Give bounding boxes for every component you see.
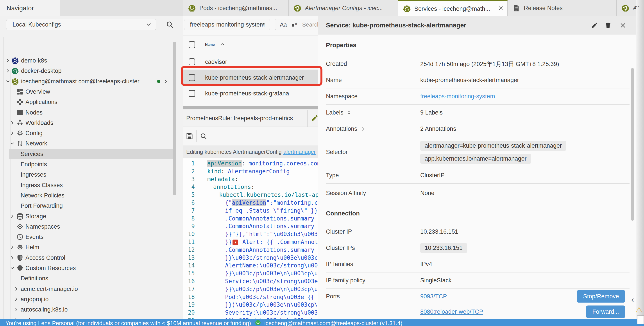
- port-link[interactable]: 9093/TCP: [420, 293, 447, 300]
- tab-pods-icecheng-mathmas[interactable]: Pods - icecheng@mathmas...: [183, 0, 289, 16]
- stop-remove-button[interactable]: Stop/Remove: [577, 290, 625, 303]
- chevron-right-icon[interactable]: [163, 79, 168, 84]
- code-line-19[interactable]: 19}})\u003c/p\u003e\n\u003cp\u00: [183, 301, 318, 309]
- sidebar-item-access-control[interactable]: Access Control: [0, 252, 174, 263]
- sidebar-item-helm[interactable]: Helm: [0, 242, 174, 252]
- sidebar-item-workloads[interactable]: Workloads: [0, 118, 174, 128]
- sidebar-item-applications[interactable]: Applications: [0, 97, 174, 107]
- sidebar-scrollbar[interactable]: [173, 42, 176, 195]
- sidebar-item-icecheng-mathmast-com-freeleaps-cluster[interactable]: icecheng@mathmast.com@freeleaps-cluster: [0, 76, 174, 86]
- cluster-status-text[interactable]: icecheng@mathmast.com@freeleaps-cluster …: [264, 320, 402, 326]
- sidebar-item-acme-cert-manager-io[interactable]: acme.cert-manager.io: [0, 284, 174, 294]
- collapse-arrow-icon[interactable]: ‹: [631, 295, 634, 304]
- sidebar-item-namespaces[interactable]: Namespaces: [0, 221, 174, 232]
- sidebar-item-ingress-classes[interactable]: Ingress Classes: [0, 180, 174, 190]
- chevron-right-icon[interactable]: [10, 120, 15, 126]
- sidebar-item-demo-k8s[interactable]: demo-k8s: [0, 55, 174, 66]
- code-line-20[interactable]: 20Severity:\u003c/strong\u003e: [183, 309, 318, 316]
- match-case-toggle[interactable]: Aa: [280, 21, 287, 28]
- sidebar-item-definitions[interactable]: Definitions: [0, 273, 174, 284]
- sidebar-item-overview[interactable]: Overview: [0, 86, 174, 97]
- horizontal-scrollbar[interactable]: [183, 106, 318, 110]
- chevron-down-icon[interactable]: [5, 79, 10, 84]
- sidebar-item-services[interactable]: Services: [0, 149, 174, 159]
- chevron-right-icon[interactable]: [14, 318, 19, 320]
- sidebar-item-autoscaling-k8s-io[interactable]: autoscaling.k8s.io: [0, 304, 174, 314]
- sidebar-item-events[interactable]: Events: [0, 232, 174, 242]
- table-row-kube-prometheus-stack-grafana[interactable]: kube-prometheus-stack-grafana: [183, 86, 318, 101]
- edit-pencil-icon[interactable]: [590, 21, 599, 30]
- code-line-11[interactable]: 11}}✶ Alert: {{ .CommonAnnotati: [183, 238, 318, 246]
- code-line-3[interactable]: 3metadata:: [183, 175, 318, 183]
- editor-search-icon[interactable]: [200, 132, 208, 140]
- row-checkbox[interactable]: [189, 58, 195, 66]
- code-line-8[interactable]: 8.CommonAnnotations.summary }}-: [183, 214, 318, 222]
- chevron-right-icon[interactable]: [14, 307, 19, 312]
- sidebar-item-custom-resources[interactable]: Custom Resources: [0, 263, 174, 273]
- sidebar-item-config[interactable]: Config: [0, 128, 174, 138]
- drawer-scrollbar[interactable]: [631, 68, 634, 221]
- sidebar-item-network[interactable]: Network: [0, 138, 174, 148]
- code-line-2[interactable]: 2kind: AlertmanagerConfig: [183, 168, 318, 175]
- sidebar-item-cert-manager-io[interactable]: cert-manager.io: [0, 315, 174, 319]
- code-line-9[interactable]: 9.CommonAnnotations.summary }}-: [183, 222, 318, 230]
- code-line-5[interactable]: 5kubectl.kubernetes.io/last-appli: [183, 191, 318, 199]
- code-line-21[interactable]: 21}}\u003c/p\u003e\n\u003cp\u003: [183, 316, 318, 319]
- chevron-down-icon[interactable]: [10, 141, 15, 146]
- chevron-right-icon[interactable]: [10, 130, 15, 136]
- namespace-select[interactable]: freeleaps-monitoring-system: [184, 19, 270, 30]
- code-line-12[interactable]: 12.CommonAnnotations.summary }}-: [183, 246, 318, 254]
- namespace-link[interactable]: freeleaps-monitoring-system: [420, 93, 495, 100]
- code-line-6[interactable]: 6{"apiVersion":"monitoring.core: [183, 199, 318, 207]
- chevron-down-icon[interactable]: [10, 266, 15, 271]
- chevron-right-icon[interactable]: [14, 296, 19, 302]
- sidebar-item-port-forwarding[interactable]: Port Forwarding: [0, 200, 174, 211]
- chevron-right-icon[interactable]: [10, 244, 15, 250]
- sidebar-item-argoproj-io[interactable]: argoproj.io: [0, 294, 174, 304]
- row-checkbox[interactable]: [189, 90, 195, 97]
- code-line-4[interactable]: 4annotations:: [183, 183, 318, 191]
- close-icon[interactable]: [618, 21, 627, 30]
- prometheusrule-bar[interactable]: PrometheusRule: freepeals-prod-metrics: [183, 110, 318, 127]
- tab-a[interactable]: A: [616, 0, 636, 16]
- code-line-18[interactable]: 18Pod:\u003c/strong\u003e {{ .Co: [183, 293, 318, 301]
- chevron-right-icon[interactable]: [10, 255, 15, 260]
- code-line-15[interactable]: 15}}\u003c/p\u003e\n\u003cp\u003: [183, 270, 318, 277]
- column-header-name[interactable]: Name: [205, 42, 225, 48]
- sidebar-item-network-policies[interactable]: Network Policies: [0, 190, 174, 200]
- code-line-16[interactable]: 16Service:\u003c/strong\u003e {: [183, 277, 318, 285]
- edit-pencil-icon[interactable]: [311, 114, 318, 123]
- tab-release-notes[interactable]: Release Notes: [508, 0, 616, 16]
- yaml-editor[interactable]: 1apiVersion: monitoring.coreos.com/v12ki…: [183, 158, 318, 319]
- save-icon[interactable]: [185, 132, 194, 140]
- sidebar-item-docker-desktop[interactable]: docker-desktop: [0, 66, 174, 76]
- close-icon[interactable]: [498, 6, 504, 12]
- sidebar-item-endpoints[interactable]: Endpoints: [0, 159, 174, 169]
- code-line-7[interactable]: 7if eq .Status \"firing\" }}✶: [183, 207, 318, 214]
- regex-toggle-icon[interactable]: *: [292, 21, 298, 28]
- kubeconfig-select[interactable]: Local Kubeconfigs: [6, 19, 156, 30]
- chevron-right-icon[interactable]: [10, 214, 15, 219]
- code-line-14[interactable]: 14AlertName:\u003c/strong\u003e: [183, 262, 318, 270]
- editing-resource-link[interactable]: alertmanager: [284, 149, 316, 155]
- sidebar-item-storage[interactable]: Storage: [0, 211, 174, 221]
- chevron-right-icon[interactable]: [5, 58, 10, 63]
- tab-services-icecheng-math[interactable]: Services - icecheng@math...: [398, 0, 508, 16]
- code-line-10[interactable]: 10}}"}],"html":"\u003ch3\u003e\u: [183, 230, 318, 238]
- delete-trash-icon[interactable]: [604, 21, 612, 30]
- sort-updown-icon[interactable]: [360, 126, 366, 132]
- chevron-right-icon[interactable]: [14, 286, 19, 292]
- resource-search-input[interactable]: Aa * Search: [275, 19, 318, 30]
- navigator-search-button[interactable]: [165, 20, 174, 30]
- select-all-checkbox[interactable]: [189, 41, 195, 48]
- code-line-17[interactable]: 17}}\u003c/p\u003e\n\u003cp\u003: [183, 285, 318, 293]
- chevron-right-icon[interactable]: [5, 68, 10, 74]
- sidebar-item-nodes[interactable]: Nodes: [0, 107, 174, 118]
- sort-updown-icon[interactable]: [346, 110, 352, 116]
- code-line-13[interactable]: 13}}\u003c/strong\u003e\u003c/h3: [183, 254, 318, 262]
- port-link[interactable]: 8080:reloader-web/TCP: [420, 308, 483, 315]
- code-line-1[interactable]: 1apiVersion: monitoring.coreos.com/v1: [183, 160, 318, 168]
- tab-alertmanager-configs-icec[interactable]: Alertmanager Configs - icec...: [289, 0, 398, 16]
- sidebar-item-ingresses[interactable]: Ingresses: [0, 169, 174, 180]
- forward-button[interactable]: Forward...: [586, 306, 625, 318]
